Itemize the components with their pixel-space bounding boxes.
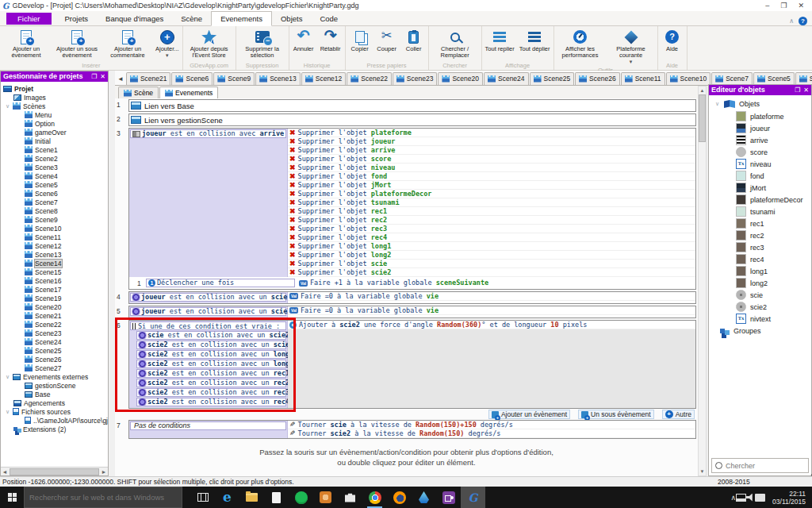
editor-tab[interactable]: Scène — [118, 87, 159, 98]
taskbar-app-button[interactable] — [239, 487, 264, 508]
object-search-input[interactable] — [726, 462, 805, 470]
project-tree-item[interactable]: Scene13 — [1, 250, 108, 259]
action[interactable]: Supprimer l'objet rec4 — [288, 233, 695, 242]
vertical-scrollbar[interactable]: ▲ ▼ — [698, 86, 707, 476]
project-tree-item[interactable]: Scene6 — [1, 189, 108, 198]
project-tree-item[interactable]: Scene8 — [1, 206, 108, 215]
ribbon-button[interactable]: Tout replier — [483, 27, 517, 53]
ribbon-tab[interactable]: Objets — [272, 12, 311, 25]
project-tree-item[interactable]: Scene19 — [1, 294, 108, 302]
condition[interactable]: joueur est en collision avec un scie — [130, 293, 286, 302]
taskbar-search-box[interactable] — [24, 487, 182, 508]
project-tree-item[interactable]: Scene9 — [1, 215, 108, 224]
object-item[interactable]: scie — [709, 289, 811, 301]
project-tree-item[interactable]: Scene22 — [1, 320, 108, 329]
project-tree-item[interactable]: Scene24 — [1, 337, 108, 346]
project-tree-item[interactable]: gestionScene — [1, 381, 108, 390]
action[interactable]: Ajouter à scie2 une force d'angle Random… — [288, 321, 695, 329]
action[interactable]: Supprimer l'objet plateforme — [288, 129, 695, 137]
taskbar-app-button[interactable] — [461, 487, 485, 508]
object-item[interactable]: jMort — [709, 182, 811, 194]
project-tree-item[interactable]: Base — [1, 390, 108, 398]
project-tree-item[interactable]: Scene2 — [1, 154, 108, 163]
object-item[interactable]: joueur — [709, 122, 811, 134]
horizontal-scrollbar[interactable]: ◄ ► — [1, 467, 108, 475]
object-item[interactable]: long1 — [709, 265, 811, 277]
float-panel-icon[interactable]: ❐ — [795, 85, 800, 95]
close-panel-icon[interactable]: ✕ — [803, 85, 809, 95]
project-tree-item[interactable]: Scene12 — [1, 241, 108, 250]
object-item[interactable]: long2 — [709, 277, 811, 289]
project-tree-item[interactable]: ∨ Scènes — [1, 102, 108, 110]
project-tree-item[interactable]: ∨ Evenements externes — [1, 372, 108, 381]
action[interactable]: Supprimer l'objet tsunami — [288, 198, 695, 207]
project-tree-item[interactable]: Scene20 — [1, 302, 108, 311]
object-item[interactable]: fond — [709, 170, 811, 182]
scene-tab[interactable]: Scene9 — [213, 72, 255, 85]
object-item[interactable]: niveau — [709, 158, 811, 170]
groups-item[interactable]: Groupes — [709, 325, 811, 337]
expander-icon[interactable]: ∨ — [715, 101, 720, 107]
scene-tab[interactable]: Scene21 — [126, 72, 171, 85]
taskbar-app-button[interactable] — [436, 487, 461, 508]
project-tree-item[interactable]: Scene23 — [1, 329, 108, 337]
object-item[interactable]: plateformeDecor — [709, 194, 811, 206]
taskbar-app-button[interactable] — [313, 487, 338, 508]
ribbon-tab[interactable]: Banque d'images — [97, 12, 172, 25]
tabs-scroll-left-icon[interactable]: ◄ — [115, 75, 126, 85]
condition[interactable]: scie2 est en collision avec un rec4 — [136, 398, 286, 406]
project-tree-item[interactable]: Agencements — [1, 398, 108, 407]
scrollbar-thumb[interactable] — [10, 468, 99, 475]
action[interactable]: Supprimer l'objet rec1 — [288, 207, 695, 216]
action[interactable]: Supprimer l'objet long2 — [288, 251, 695, 260]
close-button[interactable]: ✕ — [798, 2, 804, 10]
scroll-up-icon[interactable]: ▲ — [700, 87, 705, 94]
action[interactable]: Faire +1 à la variable globale sceneSuiv… — [297, 279, 694, 287]
scene-tab[interactable]: Scene25 — [530, 72, 575, 85]
collapse-ribbon-icon[interactable]: ∧ — [789, 17, 794, 25]
add-sub-event-button[interactable]: Un sous évènement — [578, 410, 654, 419]
project-tree-item[interactable]: Scene21 — [1, 311, 108, 320]
action[interactable]: Supprimer l'objet jMort — [288, 181, 695, 190]
project-tree-item[interactable]: Scene7 — [1, 198, 108, 206]
object-item[interactable]: rec2 — [709, 229, 811, 241]
action[interactable]: Supprimer l'objet score — [288, 155, 695, 164]
action[interactable]: Supprimer l'objet plateformeDecor — [288, 190, 695, 198]
ribbon-button[interactable]: Aide — [659, 27, 686, 53]
taskbar-app-button[interactable] — [264, 487, 289, 508]
float-panel-icon[interactable]: ❐ — [91, 71, 97, 82]
action[interactable]: Supprimer l'objet joueur — [288, 137, 695, 146]
help-icon[interactable]: ? — [799, 17, 807, 25]
event-row[interactable]: 5 joueur est — [115, 306, 696, 318]
action[interactable]: Supprimer l'objet rec3 — [288, 225, 695, 233]
ribbon-button[interactable]: Ajouter un sous évènement — [52, 27, 102, 60]
condition[interactable]: scie2 est en collision avec un rec3 — [136, 388, 286, 397]
tray-icon[interactable] — [730, 494, 736, 502]
taskbar-app-button[interactable] — [215, 487, 239, 508]
condition[interactable]: scie2 est en collision avec un long1 — [136, 360, 286, 368]
ribbon-button[interactable]: Chercher / Remplacer — [430, 27, 481, 60]
object-item[interactable]: rec3 — [709, 241, 811, 253]
condition[interactable]: scie2 est en collision avec un scie2 — [136, 341, 286, 349]
event-row[interactable]: 3 joueur est — [115, 128, 696, 290]
taskbar-app-button[interactable] — [412, 487, 436, 508]
event-row-link[interactable]: 1 Lien vers Base — [115, 99, 696, 112]
project-tree-item[interactable]: Scene5 — [1, 180, 108, 189]
add-event-button[interactable]: Ajouter un évènement — [488, 410, 570, 419]
scroll-right-icon[interactable]: ► — [100, 469, 108, 475]
taskbar-app-button[interactable] — [289, 487, 313, 508]
ribbon-button[interactable]: Annuler — [290, 27, 317, 53]
tray-icon[interactable] — [736, 494, 746, 502]
project-tree-item[interactable]: gameOver — [1, 128, 108, 137]
object-item[interactable]: score — [709, 146, 811, 158]
ribbon-button[interactable]: Ajouter... ▼ — [153, 27, 182, 60]
taskbar-app-button[interactable] — [190, 487, 215, 508]
action[interactable]: Tourner scie à la vitesse de Random(150)… — [288, 421, 695, 429]
project-tree-item[interactable]: Scene4 — [1, 171, 108, 180]
scene-tab[interactable]: Scene24 — [484, 72, 529, 85]
action[interactable]: Tourner scie2 à la vitesse de Random(150… — [288, 429, 695, 438]
scrollbar-thumb[interactable] — [699, 94, 706, 142]
project-tree-item[interactable]: Scene15 — [1, 267, 108, 276]
editor-tab[interactable]: Evenements — [159, 87, 218, 98]
project-tree-item[interactable]: Initial — [1, 137, 108, 145]
